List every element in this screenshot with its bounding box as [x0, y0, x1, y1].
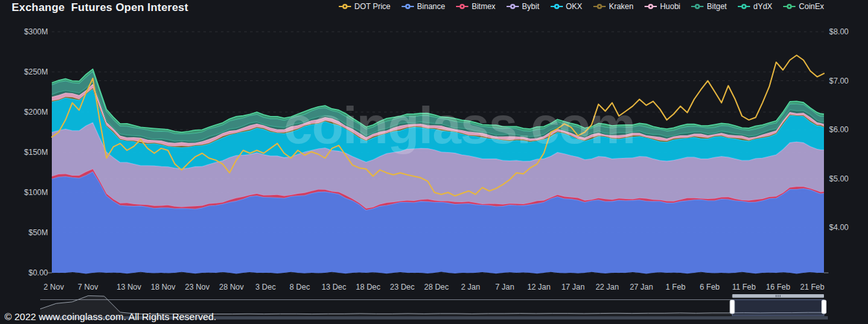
navigator-right-handle[interactable]: [822, 300, 827, 314]
navigator-left-handle[interactable]: [730, 300, 735, 314]
x-axis-label: 1 Feb: [666, 283, 686, 292]
x-axis-label: 28 Dec: [424, 283, 449, 292]
x-axis-label: 16 Feb: [766, 283, 790, 292]
left-axis-label: $200M: [24, 108, 48, 117]
left-axis-label: $150M: [24, 148, 48, 157]
x-axis-label: 22 Jan: [595, 283, 619, 292]
x-axis-label: 2 Jan: [461, 283, 480, 292]
x-axis-label: 18 Dec: [356, 283, 380, 292]
right-axis-label: $6.00: [829, 125, 849, 134]
x-axis-label: 28 Nov: [219, 283, 244, 292]
right-axis-label: $7.00: [829, 76, 849, 86]
x-axis-label: 23 Dec: [390, 283, 415, 292]
x-axis-label: 13 Dec: [321, 283, 346, 292]
x-axis-label: 18 Nov: [151, 283, 176, 292]
x-axis-label: 3 Dec: [255, 283, 275, 292]
x-axis-label: 27 Jan: [630, 283, 653, 292]
right-axis-label: $8.00: [829, 27, 849, 36]
x-axis-label: 6 Feb: [700, 283, 720, 292]
x-axis-label: 21 Feb: [800, 283, 825, 292]
x-axis-label: 7 Jan: [496, 283, 514, 292]
x-axis-label: 11 Feb: [732, 283, 756, 292]
left-axis-label: $0.00: [29, 268, 48, 277]
right-axis-label: $5.00: [829, 174, 849, 183]
x-axis-label: 8 Dec: [290, 283, 310, 292]
left-axis-label: $50M: [29, 228, 48, 237]
left-axis-label: $300M: [24, 27, 48, 36]
left-axis-label: $100M: [24, 188, 48, 197]
copyright-text: © 2022 www.coinglass.com. All Rights Res…: [5, 311, 216, 322]
x-axis-label: 23 Nov: [185, 283, 210, 292]
right-axis-label: $4.00: [829, 223, 849, 232]
oi-stacked-area-chart: $300M$250M$200M$150M$100M$50M$0.00$8.00$…: [0, 0, 868, 324]
x-axis-label: 12 Jan: [527, 283, 551, 292]
x-axis-label: 2 Nov: [43, 283, 63, 292]
x-axis-label: 13 Nov: [117, 283, 141, 292]
x-axis-label: 7 Nov: [78, 283, 98, 292]
x-axis-label: 17 Jan: [562, 283, 585, 292]
left-axis-label: $250M: [24, 67, 48, 76]
navigator-selection[interactable]: [732, 300, 824, 316]
